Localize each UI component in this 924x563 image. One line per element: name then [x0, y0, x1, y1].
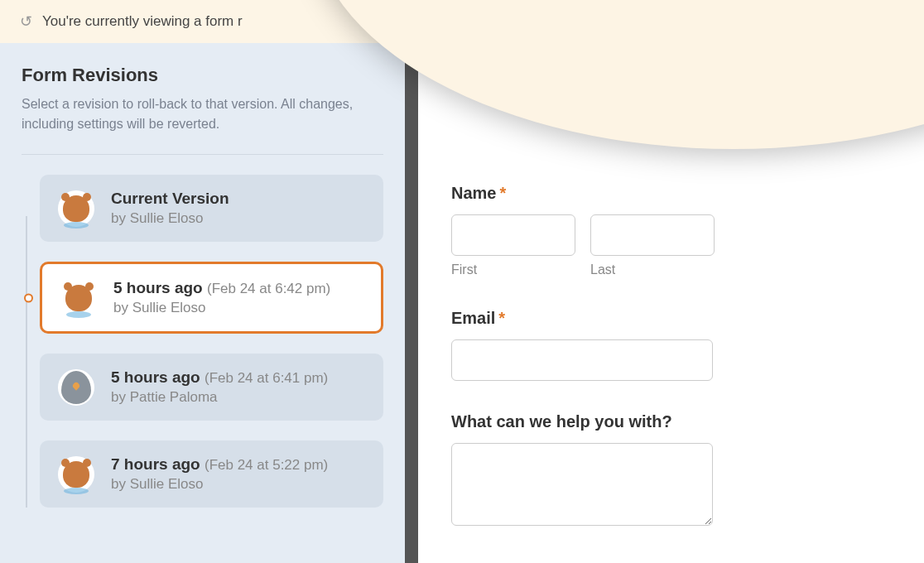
revision-title: 5 hours ago (Feb 24 at 6:42 pm) — [113, 279, 363, 297]
revision-datetime: (Feb 24 at 6:42 pm) — [207, 281, 330, 296]
revision-title: 5 hours ago (Feb 24 at 6:41 pm) — [111, 368, 365, 387]
history-icon: ↺ — [20, 12, 32, 31]
revisions-sidebar: Form Revisions Select a revision to roll… — [0, 43, 418, 563]
help-label: What can we help you with? — [451, 412, 891, 431]
revision-title: 7 hours ago (Feb 24 at 5:22 pm) — [111, 455, 365, 474]
sidebar-description: Select a revision to roll-back to that v… — [22, 94, 383, 155]
avatar — [60, 280, 97, 316]
revision-info: Current Version by Sullie Eloso — [111, 190, 365, 227]
first-sub-label: First — [451, 262, 575, 277]
required-icon: * — [498, 309, 505, 327]
required-icon: * — [499, 184, 506, 202]
avatar — [58, 456, 94, 493]
help-field: What can we help you with? — [451, 412, 891, 529]
revision-item-current[interactable]: Current Version by Sullie Eloso — [40, 175, 383, 242]
revisions-list: Current Version by Sullie Eloso 5 hours … — [22, 175, 383, 508]
revision-datetime: (Feb 24 at 5:22 pm) — [205, 457, 328, 473]
revision-author: by Sullie Eloso — [113, 300, 363, 316]
timeline-dot-icon — [24, 293, 33, 302]
revision-info: 5 hours ago (Feb 24 at 6:41 pm) by Patti… — [111, 368, 365, 406]
last-sub-label: Last — [590, 262, 715, 277]
revision-title: Current Version — [111, 190, 365, 208]
revision-author: by Sullie Eloso — [111, 210, 365, 227]
revision-author: by Sullie Eloso — [111, 476, 365, 493]
revision-item[interactable]: 5 hours ago (Feb 24 at 6:41 pm) by Patti… — [40, 354, 383, 421]
revision-info: 7 hours ago (Feb 24 at 5:22 pm) by Sulli… — [111, 455, 365, 493]
email-label: Email* — [451, 309, 891, 328]
revision-item[interactable]: 7 hours ago (Feb 24 at 5:22 pm) by Sulli… — [40, 440, 383, 508]
avatar — [58, 369, 94, 406]
help-textarea[interactable] — [451, 443, 713, 526]
sidebar-title: Form Revisions — [22, 65, 383, 86]
name-inputs: First Last — [451, 214, 891, 277]
revision-info: 5 hours ago (Feb 24 at 6:42 pm) by Sulli… — [113, 279, 363, 316]
revision-datetime: (Feb 24 at 6:41 pm) — [205, 370, 328, 386]
email-input[interactable] — [451, 339, 713, 381]
revision-author: by Pattie Paloma — [111, 389, 365, 406]
avatar — [58, 190, 94, 227]
timeline-line — [26, 216, 27, 508]
first-name-input[interactable] — [451, 214, 575, 256]
name-label: Name* — [451, 184, 891, 203]
last-name-input[interactable] — [590, 214, 715, 256]
name-field: Name* First Last — [451, 184, 891, 277]
banner-text: You're currently viewing a form r — [42, 13, 243, 30]
email-field: Email* — [451, 309, 891, 381]
revision-item-selected[interactable]: 5 hours ago (Feb 24 at 6:42 pm) by Sulli… — [40, 262, 383, 334]
